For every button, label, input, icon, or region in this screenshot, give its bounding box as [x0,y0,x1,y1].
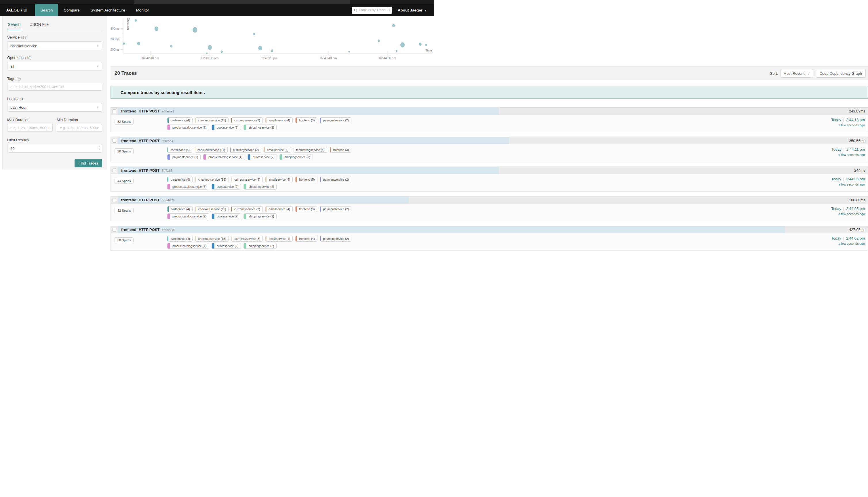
trace-scatter-dot[interactable] [221,50,223,53]
trace-scatter-dot[interactable] [425,44,428,46]
trace-title-link[interactable]: frontend: HTTP POST [121,168,159,173]
trace-scatter-dot[interactable] [208,45,212,50]
service-tag-frontend: frontend (3) [330,147,351,153]
trace-select-checkbox[interactable] [113,198,116,202]
trace-row-header[interactable]: frontend: HTTP POST ea06c2d 427.05ms [111,226,434,233]
service-tag-frontend: frontend (5) [295,176,318,182]
service-tag-label: quoteservice (2) [250,154,277,160]
trace-scatter-dot[interactable] [206,53,208,54]
trace-lookup-input[interactable] [359,8,390,12]
nav-tab-search[interactable]: Search [35,4,58,16]
tab-search[interactable]: Search [7,22,21,30]
results-area: 200ms300ms400ms02:42:40 pm02:43:00 pm02:… [111,16,434,248]
trace-id: ea06c2d [162,228,174,231]
lookback-select[interactable]: Last Hour∨ [7,103,102,112]
service-tag-quoteservice: quoteservice (2) [211,125,241,130]
limit-results-input[interactable] [7,144,102,153]
service-tag-label: productcatalogservice (2) [170,125,209,130]
trace-select-checkbox[interactable] [113,109,116,113]
service-tags: cartservice (4)checkoutservice (15)curre… [167,176,351,191]
service-color-swatch [168,125,170,130]
trace-title-link[interactable]: frontend: HTTP POST [121,109,159,113]
tags-input[interactable] [7,83,102,90]
service-tag-frontend: frontend (4) [295,236,318,242]
trace-bar-area: frontend: HTTP POST e08ebe1 243.89ms [118,108,434,115]
nav-tab-monitor[interactable]: Monitor [131,4,155,16]
trace-scatter-dot[interactable] [258,46,262,50]
stepper-up-icon[interactable]: ▲ [98,145,100,148]
nav-tab-compare[interactable]: Compare [58,4,85,16]
span-count-pill: 32 Spans [114,208,134,213]
service-tag-cartservice: cartservice (4) [167,117,193,123]
trace-scatter-dot[interactable] [396,50,397,52]
service-tag-paymentservice: paymentservice (2) [167,154,200,160]
trace-scatter-dot[interactable] [170,45,173,47]
trace-lookup-box[interactable] [352,6,392,14]
service-color-swatch [244,125,246,130]
trace-row-body: 38 Spans cartservice (4)checkoutservice … [111,144,434,162]
number-stepper[interactable]: ▲▼ [98,145,100,151]
service-tag-label: emailservice (4) [266,236,292,241]
trace-select-checkbox[interactable] [113,169,116,172]
service-tags-line: cartservice (4)checkoutservice (11)curre… [167,147,351,153]
trace-result-card: frontend: HTTP POST 9f4cbe4 250.56ms 38 … [111,137,434,162]
service-tags: cartservice (4)checkoutservice (11)curre… [167,206,351,221]
trace-scatter-dot[interactable] [135,19,137,22]
trace-scatter-dot[interactable] [193,27,197,32]
trace-scatter-dot[interactable] [349,51,350,53]
trace-scatter-dot[interactable] [137,42,140,45]
trace-row-header[interactable]: frontend: HTTP POST 5ead4c2 186.08ms [111,196,434,204]
trace-duration-bar [118,196,409,204]
trace-scatter-dot[interactable] [123,43,125,45]
trace-scatter-dot[interactable] [400,42,405,47]
service-tag-productcatalogservice: productcatalogservice (2) [167,125,209,130]
service-tag-label: checkoutservice (11) [195,147,227,153]
search-sidebar: Search JSON File Service(13) checkoutser… [2,16,107,169]
service-tag-label: paymentservice (2) [321,207,351,212]
service-tag-label: shippingservice (2) [246,184,276,189]
service-color-swatch [204,154,206,160]
max-duration-input[interactable] [7,124,53,132]
service-tag-checkoutservice: checkoutservice (11) [195,117,228,123]
trace-scatter-dot[interactable] [271,49,274,52]
service-tag-label: frontend (3) [297,118,317,123]
tab-json-file[interactable]: JSON File [30,22,49,30]
service-tag-label: checkoutservice (11) [196,118,228,123]
trace-result-card: frontend: HTTP POST e08ebe1 243.89ms 32 … [111,107,434,132]
service-tag-label: currencyservice (2) [231,147,261,153]
trace-row-header[interactable]: frontend: HTTP POST 5ff7165 244ms [111,167,434,174]
trace-row-header[interactable]: frontend: HTTP POST 9f4cbe4 250.56ms [111,137,434,144]
trace-scatter-dot[interactable] [419,43,422,46]
operation-select[interactable]: all∨ [7,62,102,70]
trace-bar-area: frontend: HTTP POST ea06c2d 427.05ms [118,226,434,233]
service-select[interactable]: checkoutservice∨ [7,41,102,50]
trace-title-link[interactable]: frontend: HTTP POST [121,198,159,202]
trace-row-header[interactable]: frontend: HTTP POST e08ebe1 243.89ms [111,108,434,115]
service-tag-paymentservice: paymentservice (2) [320,117,351,123]
service-tag-productcatalogservice: productcatalogservice (4) [203,154,245,160]
window-top-strip-segment [135,0,350,4]
service-tag-emailservice: emailservice (4) [265,206,293,212]
trace-select-checkbox[interactable] [113,228,116,231]
trace-scatter-dot[interactable] [155,27,158,31]
service-tag-cartservice: cartservice (4) [167,176,193,182]
trace-id: 9f4cbe4 [162,139,173,143]
stepper-down-icon[interactable]: ▼ [98,148,100,151]
find-traces-button[interactable]: Find Traces [74,159,102,167]
trace-title-link[interactable]: frontend: HTTP POST [121,227,159,232]
nav-tab-system-architecture[interactable]: System Architecture [85,4,131,16]
about-jaeger-menu[interactable]: About Jaeger▼ [398,8,427,12]
trace-scatter-dot[interactable] [378,39,380,42]
trace-scatter-dot[interactable] [253,33,255,35]
min-duration-input[interactable] [57,124,102,132]
trace-scatter-dot[interactable] [392,24,395,27]
trace-title-link[interactable]: frontend: HTTP POST [121,139,159,143]
help-icon[interactable]: ? [17,77,21,81]
service-color-swatch [244,243,246,248]
trace-row-body: 44 Spans cartservice (4)checkoutservice … [111,174,434,191]
app-brand[interactable]: JAEGER UI [0,8,35,12]
checkbox-cell [111,196,118,204]
trace-select-checkbox[interactable] [113,139,116,143]
service-tag-label: emailservice (4) [266,207,292,212]
service-tag-paymentservice: paymentservice (2) [320,176,351,182]
